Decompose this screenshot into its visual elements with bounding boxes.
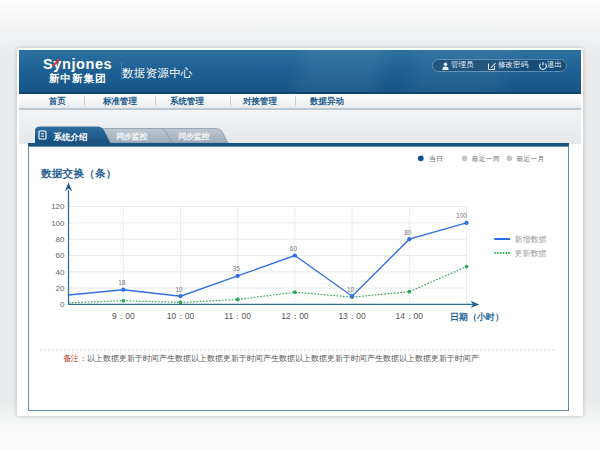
svg-text:日期（小时）: 日期（小时） <box>450 312 504 322</box>
svg-text:18: 18 <box>118 279 126 286</box>
svg-text:10: 10 <box>175 286 183 293</box>
svg-text:最近一周: 最近一周 <box>472 155 500 162</box>
svg-text:60: 60 <box>56 251 65 260</box>
svg-text:80: 80 <box>404 229 412 236</box>
svg-text:80: 80 <box>56 235 65 244</box>
svg-text:12：00: 12：00 <box>281 311 309 321</box>
svg-text:35: 35 <box>233 265 241 272</box>
svg-text:100: 100 <box>456 212 467 219</box>
svg-text:当日: 当日 <box>429 155 443 163</box>
svg-text:20: 20 <box>56 284 65 293</box>
svg-text:14：00: 14：00 <box>396 311 424 321</box>
svg-text:备注：以上数据更新于时间产生数据以上数据更新于时间产生数据以: 备注：以上数据更新于时间产生数据以上数据更新于时间产生数据以上数据更新于时间产生… <box>63 354 479 363</box>
svg-text:60: 60 <box>290 245 298 252</box>
svg-text:10：00: 10：00 <box>167 311 195 321</box>
svg-text:13：00: 13：00 <box>338 311 366 321</box>
svg-text:9：00: 9：00 <box>112 311 135 321</box>
svg-text:更新数据: 更新数据 <box>515 249 547 258</box>
svg-text:100: 100 <box>51 219 65 228</box>
svg-text:数据交换（条）: 数据交换（条） <box>40 167 117 180</box>
svg-text:新增数据: 新增数据 <box>515 235 547 244</box>
svg-text:最近一月: 最近一月 <box>516 155 544 163</box>
svg-text:120: 120 <box>51 202 65 211</box>
svg-text:10: 10 <box>347 286 355 293</box>
svg-text:40: 40 <box>56 268 65 277</box>
svg-text:0: 0 <box>60 300 65 309</box>
svg-text:11：00: 11：00 <box>224 311 251 321</box>
